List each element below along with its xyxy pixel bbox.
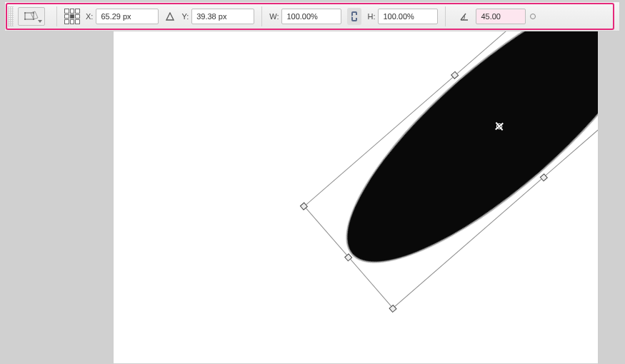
rotate-icon-slot [459, 10, 470, 23]
current-tool-indicator[interactable] [18, 7, 45, 26]
svg-point-2 [33, 12, 34, 14]
refpoint-tr[interactable] [75, 9, 80, 14]
separator [445, 6, 446, 26]
svg-point-1 [24, 12, 26, 14]
document-canvas[interactable] [113, 22, 599, 364]
width-input[interactable] [281, 9, 341, 24]
refpoint-tl[interactable] [64, 9, 69, 14]
x-label: X: [86, 12, 93, 21]
link-icon [351, 11, 358, 22]
svg-point-3 [24, 19, 26, 20]
svg-point-4 [33, 19, 34, 20]
x-input[interactable] [96, 9, 159, 24]
relative-position-icon [166, 12, 174, 21]
transform-group[interactable] [304, 22, 599, 308]
refpoint-center[interactable] [70, 14, 75, 19]
separator [56, 6, 57, 26]
refpoint-bc[interactable] [70, 19, 75, 24]
transform-bounding-box [304, 22, 599, 308]
reference-point-selector[interactable] [64, 9, 80, 24]
app-stage: X: Y: W: H: [0, 0, 625, 364]
refpoint-mr[interactable] [75, 14, 80, 19]
refpoint-ml[interactable] [64, 14, 69, 19]
y-label: Y: [181, 12, 189, 21]
toolbar-grip[interactable] [8, 6, 14, 26]
angle-icon [459, 11, 469, 21]
y-input[interactable] [191, 9, 254, 24]
tool-dropdown-caret-icon [38, 20, 42, 23]
artboard [114, 23, 598, 363]
relative-position-toggle[interactable] [164, 10, 176, 23]
transform-options-bar: X: Y: W: H: [4, 1, 620, 31]
transform-tool-icon [24, 11, 39, 22]
degree-icon [530, 14, 536, 19]
rotate-input[interactable] [476, 9, 526, 24]
refpoint-bl[interactable] [64, 19, 69, 24]
separator [261, 6, 262, 26]
h-label: H: [367, 12, 375, 21]
height-input[interactable] [378, 9, 438, 24]
refpoint-br[interactable] [75, 19, 80, 24]
refpoint-tc[interactable] [70, 9, 75, 14]
aspect-ratio-link[interactable] [347, 8, 361, 25]
w-label: W: [269, 12, 279, 21]
